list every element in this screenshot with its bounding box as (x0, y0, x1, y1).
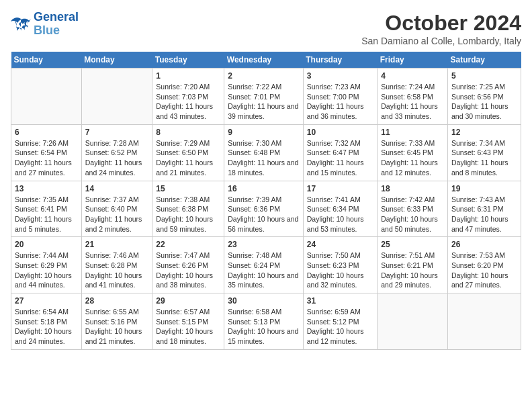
day-info: Sunrise: 7:22 AM Sunset: 7:01 PM Dayligh… (228, 82, 300, 122)
calendar-week-3: 13Sunrise: 7:35 AM Sunset: 6:41 PM Dayli… (11, 181, 521, 237)
day-info: Sunrise: 7:53 AM Sunset: 6:20 PM Dayligh… (451, 250, 517, 290)
calendar-cell: 25Sunrise: 7:51 AM Sunset: 6:21 PM Dayli… (378, 237, 448, 293)
day-number: 25 (381, 240, 444, 249)
day-info: Sunrise: 7:20 AM Sunset: 7:03 PM Dayligh… (156, 82, 220, 122)
logo-icon (11, 16, 31, 32)
day-info: Sunrise: 7:46 AM Sunset: 6:28 PM Dayligh… (85, 250, 149, 290)
day-number: 14 (85, 184, 149, 193)
calendar-cell: 20Sunrise: 7:44 AM Sunset: 6:29 PM Dayli… (11, 237, 82, 293)
day-number: 29 (156, 296, 220, 306)
day-number: 22 (156, 240, 220, 249)
day-info: Sunrise: 7:38 AM Sunset: 6:38 PM Dayligh… (156, 195, 220, 234)
day-number: 27 (15, 296, 78, 306)
day-number: 19 (451, 184, 517, 193)
day-number: 11 (381, 128, 444, 137)
day-info: Sunrise: 7:33 AM Sunset: 6:45 PM Dayligh… (381, 138, 444, 178)
weekday-header-saturday: Saturday (447, 52, 521, 68)
day-number: 18 (381, 184, 444, 193)
calendar-week-4: 20Sunrise: 7:44 AM Sunset: 6:29 PM Dayli… (11, 237, 521, 293)
day-number: 6 (15, 128, 78, 137)
day-info: Sunrise: 7:48 AM Sunset: 6:24 PM Dayligh… (228, 250, 300, 290)
day-info: Sunrise: 7:34 AM Sunset: 6:43 PM Dayligh… (451, 138, 517, 178)
day-info: Sunrise: 7:39 AM Sunset: 6:36 PM Dayligh… (228, 195, 300, 234)
month-title: October 2024 (361, 11, 521, 36)
day-info: Sunrise: 7:35 AM Sunset: 6:41 PM Dayligh… (15, 195, 78, 234)
calendar-cell (378, 293, 448, 350)
weekday-header-friday: Friday (378, 52, 448, 68)
day-info: Sunrise: 7:50 AM Sunset: 6:23 PM Dayligh… (307, 250, 373, 290)
calendar-cell: 10Sunrise: 7:32 AM Sunset: 6:47 PM Dayli… (303, 124, 377, 181)
calendar-cell: 31Sunrise: 6:59 AM Sunset: 5:12 PM Dayli… (303, 293, 377, 350)
calendar-cell: 2Sunrise: 7:22 AM Sunset: 7:01 PM Daylig… (224, 68, 304, 125)
calendar-cell: 1Sunrise: 7:20 AM Sunset: 7:03 PM Daylig… (152, 68, 224, 125)
weekday-header-sunday: Sunday (11, 52, 82, 68)
calendar-cell: 7Sunrise: 7:28 AM Sunset: 6:52 PM Daylig… (81, 124, 152, 181)
calendar-cell: 23Sunrise: 7:48 AM Sunset: 6:24 PM Dayli… (224, 237, 304, 293)
calendar-cell: 22Sunrise: 7:47 AM Sunset: 6:26 PM Dayli… (152, 237, 224, 293)
calendar-week-5: 27Sunrise: 6:54 AM Sunset: 5:18 PM Dayli… (11, 293, 521, 350)
day-info: Sunrise: 6:58 AM Sunset: 5:13 PM Dayligh… (228, 307, 300, 347)
day-number: 24 (307, 240, 373, 249)
day-number: 4 (381, 71, 444, 81)
calendar-cell: 15Sunrise: 7:38 AM Sunset: 6:38 PM Dayli… (152, 181, 224, 237)
calendar-cell: 17Sunrise: 7:41 AM Sunset: 6:34 PM Dayli… (303, 181, 377, 237)
calendar-cell: 21Sunrise: 7:46 AM Sunset: 6:28 PM Dayli… (81, 237, 152, 293)
calendar-week-2: 6Sunrise: 7:26 AM Sunset: 6:54 PM Daylig… (11, 124, 521, 181)
calendar-cell: 28Sunrise: 6:55 AM Sunset: 5:16 PM Dayli… (81, 293, 152, 350)
day-number: 1 (156, 71, 220, 81)
day-number: 5 (451, 71, 517, 81)
day-info: Sunrise: 7:28 AM Sunset: 6:52 PM Dayligh… (85, 138, 149, 178)
day-info: Sunrise: 7:44 AM Sunset: 6:29 PM Dayligh… (15, 250, 78, 290)
day-number: 12 (451, 128, 517, 137)
day-number: 3 (307, 71, 373, 81)
weekday-header-thursday: Thursday (303, 52, 377, 68)
day-number: 31 (307, 296, 373, 306)
location: San Damiano al Colle, Lombardy, Italy (361, 36, 521, 46)
calendar-cell: 29Sunrise: 6:57 AM Sunset: 5:15 PM Dayli… (152, 293, 224, 350)
calendar-cell: 19Sunrise: 7:43 AM Sunset: 6:31 PM Dayli… (447, 181, 521, 237)
day-info: Sunrise: 7:43 AM Sunset: 6:31 PM Dayligh… (451, 195, 517, 234)
page-header: General Blue October 2024 San Damiano al… (11, 11, 521, 46)
day-number: 2 (228, 71, 300, 81)
day-info: Sunrise: 7:37 AM Sunset: 6:40 PM Dayligh… (85, 195, 149, 234)
calendar-cell: 3Sunrise: 7:23 AM Sunset: 7:00 PM Daylig… (303, 68, 377, 125)
day-number: 21 (85, 240, 149, 249)
day-info: Sunrise: 7:32 AM Sunset: 6:47 PM Dayligh… (307, 138, 373, 178)
calendar-cell (447, 293, 521, 350)
calendar-cell: 14Sunrise: 7:37 AM Sunset: 6:40 PM Dayli… (81, 181, 152, 237)
day-number: 8 (156, 128, 220, 137)
logo-text: General Blue (34, 11, 79, 38)
day-number: 17 (307, 184, 373, 193)
day-number: 9 (228, 128, 300, 137)
day-info: Sunrise: 7:29 AM Sunset: 6:50 PM Dayligh… (156, 138, 220, 178)
calendar-cell: 27Sunrise: 6:54 AM Sunset: 5:18 PM Dayli… (11, 293, 82, 350)
calendar-cell: 9Sunrise: 7:30 AM Sunset: 6:48 PM Daylig… (224, 124, 304, 181)
calendar-cell (81, 68, 152, 125)
day-number: 10 (307, 128, 373, 137)
day-number: 15 (156, 184, 220, 193)
day-number: 7 (85, 128, 149, 137)
calendar-cell: 18Sunrise: 7:42 AM Sunset: 6:33 PM Dayli… (378, 181, 448, 237)
calendar-cell: 12Sunrise: 7:34 AM Sunset: 6:43 PM Dayli… (447, 124, 521, 181)
day-info: Sunrise: 6:54 AM Sunset: 5:18 PM Dayligh… (15, 307, 78, 347)
calendar-table: SundayMondayTuesdayWednesdayThursdayFrid… (11, 52, 521, 350)
weekday-header-tuesday: Tuesday (152, 52, 224, 68)
day-number: 23 (228, 240, 300, 249)
day-number: 30 (228, 296, 300, 306)
day-info: Sunrise: 7:25 AM Sunset: 6:56 PM Dayligh… (451, 82, 517, 122)
calendar-cell: 13Sunrise: 7:35 AM Sunset: 6:41 PM Dayli… (11, 181, 82, 237)
calendar-cell: 16Sunrise: 7:39 AM Sunset: 6:36 PM Dayli… (224, 181, 304, 237)
day-number: 26 (451, 240, 517, 249)
day-info: Sunrise: 7:23 AM Sunset: 7:00 PM Dayligh… (307, 82, 373, 122)
day-info: Sunrise: 6:57 AM Sunset: 5:15 PM Dayligh… (156, 307, 220, 347)
day-info: Sunrise: 7:42 AM Sunset: 6:33 PM Dayligh… (381, 195, 444, 234)
day-info: Sunrise: 7:30 AM Sunset: 6:48 PM Dayligh… (228, 138, 300, 178)
day-info: Sunrise: 7:47 AM Sunset: 6:26 PM Dayligh… (156, 250, 220, 290)
day-info: Sunrise: 7:26 AM Sunset: 6:54 PM Dayligh… (15, 138, 78, 178)
calendar-cell: 24Sunrise: 7:50 AM Sunset: 6:23 PM Dayli… (303, 237, 377, 293)
day-number: 16 (228, 184, 300, 193)
day-info: Sunrise: 7:51 AM Sunset: 6:21 PM Dayligh… (381, 250, 444, 290)
day-number: 20 (15, 240, 78, 249)
calendar-cell: 6Sunrise: 7:26 AM Sunset: 6:54 PM Daylig… (11, 124, 82, 181)
weekday-header-monday: Monday (81, 52, 152, 68)
